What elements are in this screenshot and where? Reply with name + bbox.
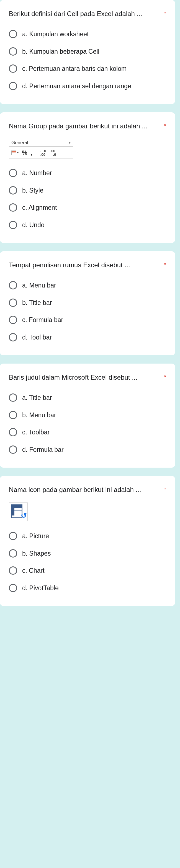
required-asterisk-icon: * bbox=[164, 9, 166, 18]
option-label: b. Shapes bbox=[22, 549, 51, 558]
radio-icon bbox=[9, 221, 17, 229]
option-label: c. Toolbar bbox=[22, 428, 50, 437]
excel-icons-row: ▾ % , ←.0.00 .00→.0 bbox=[9, 147, 73, 159]
radio-option[interactable]: b. Title bar bbox=[9, 295, 166, 310]
option-label: c. Chart bbox=[22, 566, 44, 576]
radio-option[interactable]: c. Toolbar bbox=[9, 425, 166, 440]
radio-icon bbox=[9, 411, 17, 419]
radio-icon bbox=[9, 82, 17, 90]
question-header: Tempat penulisan rumus Excel disebut ...… bbox=[9, 260, 166, 270]
radio-icon bbox=[9, 47, 17, 56]
options-group: a. Kumpulan worksheet b. Kumpulan bebera… bbox=[9, 27, 166, 94]
option-label: d. Formula bar bbox=[22, 445, 64, 455]
option-label: b. Menu bar bbox=[22, 410, 56, 420]
radio-icon bbox=[9, 299, 17, 307]
radio-option[interactable]: d. Undo bbox=[9, 217, 166, 233]
question-header: Baris judul dalam Microsoft Excel disebu… bbox=[9, 372, 166, 382]
radio-icon bbox=[9, 549, 17, 558]
radio-icon bbox=[9, 428, 17, 436]
options-group: a. Menu bar b. Title bar c. Formula bar … bbox=[9, 278, 166, 345]
radio-option[interactable]: d. Pertemuan antara sel dengan range bbox=[9, 79, 166, 94]
question-image: ↺ bbox=[9, 502, 28, 521]
radio-option[interactable]: d. Formula bar bbox=[9, 442, 166, 457]
question-image: General ▾ ▾ % , ←.0.00 .00→.0 bbox=[9, 139, 166, 159]
option-label: b. Title bar bbox=[22, 298, 52, 308]
radio-option[interactable]: a. Title bar bbox=[9, 390, 166, 405]
option-label: a. Title bar bbox=[22, 393, 52, 403]
decrease-decimal-icon: .00→.0 bbox=[50, 149, 56, 156]
radio-option[interactable]: d. PivotTable bbox=[9, 581, 166, 596]
radio-option[interactable]: b. Kumpulan beberapa Cell bbox=[9, 44, 166, 59]
option-label: a. Menu bar bbox=[22, 281, 56, 290]
radio-icon bbox=[9, 281, 17, 289]
radio-option[interactable]: a. Number bbox=[9, 165, 166, 181]
option-label: c. Formula bar bbox=[22, 315, 63, 325]
question-title: Berikut definisi dari Cell pada Excel ad… bbox=[9, 9, 161, 19]
question-card: Berikut definisi dari Cell pada Excel ad… bbox=[0, 0, 175, 104]
option-label: d. Tool bar bbox=[22, 333, 52, 342]
question-card: Nama icon pada gambar berikut ini adalah… bbox=[0, 476, 175, 606]
radio-option[interactable]: a. Menu bar bbox=[9, 278, 166, 293]
options-group: a. Number b. Style c. Alignment d. Undo bbox=[9, 165, 166, 232]
radio-icon bbox=[9, 532, 17, 540]
option-label: a. Picture bbox=[22, 531, 49, 541]
option-label: a. Kumpulan worksheet bbox=[22, 29, 89, 39]
radio-icon bbox=[9, 316, 17, 324]
question-title: Tempat penulisan rumus Excel disebut ... bbox=[9, 260, 161, 270]
radio-icon bbox=[9, 566, 17, 575]
divider bbox=[36, 149, 36, 156]
radio-icon bbox=[9, 204, 17, 212]
radio-icon bbox=[9, 169, 17, 177]
pivottable-icon: ↺ bbox=[11, 504, 26, 519]
refresh-arrow-icon: ↺ bbox=[21, 512, 27, 520]
radio-option[interactable]: c. Alignment bbox=[9, 200, 166, 215]
radio-icon bbox=[9, 584, 17, 592]
radio-option[interactable]: a. Kumpulan worksheet bbox=[9, 27, 166, 42]
option-label: c. Pertemuan antara baris dan kolom bbox=[22, 64, 126, 73]
radio-option[interactable]: b. Style bbox=[9, 183, 166, 198]
required-asterisk-icon: * bbox=[164, 372, 166, 381]
chevron-down-icon: ▾ bbox=[69, 141, 70, 145]
option-label: d. Undo bbox=[22, 220, 44, 230]
radio-icon bbox=[9, 30, 17, 38]
required-asterisk-icon: * bbox=[164, 485, 166, 494]
radio-icon bbox=[9, 186, 17, 194]
accounting-format-icon: ▾ bbox=[11, 151, 19, 155]
radio-option[interactable]: c. Formula bar bbox=[9, 312, 166, 328]
increase-decimal-icon: ←.0.00 bbox=[39, 149, 46, 156]
required-asterisk-icon: * bbox=[164, 260, 166, 269]
radio-icon bbox=[9, 333, 17, 341]
options-group: a. Title bar b. Menu bar c. Toolbar d. F… bbox=[9, 390, 166, 457]
question-title: Nama icon pada gambar berikut ini adalah… bbox=[9, 485, 161, 495]
question-title: Baris judul dalam Microsoft Excel disebu… bbox=[9, 372, 161, 382]
question-title: Nama Group pada gambar berikut ini adala… bbox=[9, 121, 161, 131]
radio-option[interactable]: b. Menu bar bbox=[9, 408, 166, 423]
percent-icon: % bbox=[22, 149, 27, 156]
radio-icon bbox=[9, 64, 17, 73]
question-header: Nama icon pada gambar berikut ini adalah… bbox=[9, 485, 166, 495]
required-asterisk-icon: * bbox=[164, 121, 166, 130]
radio-icon bbox=[9, 394, 17, 402]
option-label: c. Alignment bbox=[22, 203, 57, 213]
question-card: Nama Group pada gambar berikut ini adala… bbox=[0, 112, 175, 243]
excel-format-dropdown: General ▾ bbox=[9, 139, 73, 147]
comma-icon: , bbox=[31, 148, 33, 157]
option-label: d. Pertemuan antara sel dengan range bbox=[22, 81, 131, 91]
dropdown-label: General bbox=[11, 140, 28, 146]
question-header: Berikut definisi dari Cell pada Excel ad… bbox=[9, 9, 166, 19]
question-card: Baris judul dalam Microsoft Excel disebu… bbox=[0, 364, 175, 468]
option-label: a. Number bbox=[22, 168, 52, 178]
radio-option[interactable]: a. Picture bbox=[9, 528, 166, 544]
question-card: Tempat penulisan rumus Excel disebut ...… bbox=[0, 251, 175, 355]
excel-number-group-image: General ▾ ▾ % , ←.0.00 .00→.0 bbox=[9, 139, 73, 159]
radio-icon bbox=[9, 445, 17, 454]
radio-option[interactable]: b. Shapes bbox=[9, 546, 166, 561]
radio-option[interactable]: c. Pertemuan antara baris dan kolom bbox=[9, 61, 166, 76]
option-label: d. PivotTable bbox=[22, 583, 59, 593]
options-group: a. Picture b. Shapes c. Chart d. PivotTa… bbox=[9, 528, 166, 595]
option-label: b. Kumpulan beberapa Cell bbox=[22, 47, 99, 57]
option-label: b. Style bbox=[22, 186, 43, 195]
radio-option[interactable]: d. Tool bar bbox=[9, 330, 166, 345]
question-header: Nama Group pada gambar berikut ini adala… bbox=[9, 121, 166, 131]
radio-option[interactable]: c. Chart bbox=[9, 563, 166, 578]
